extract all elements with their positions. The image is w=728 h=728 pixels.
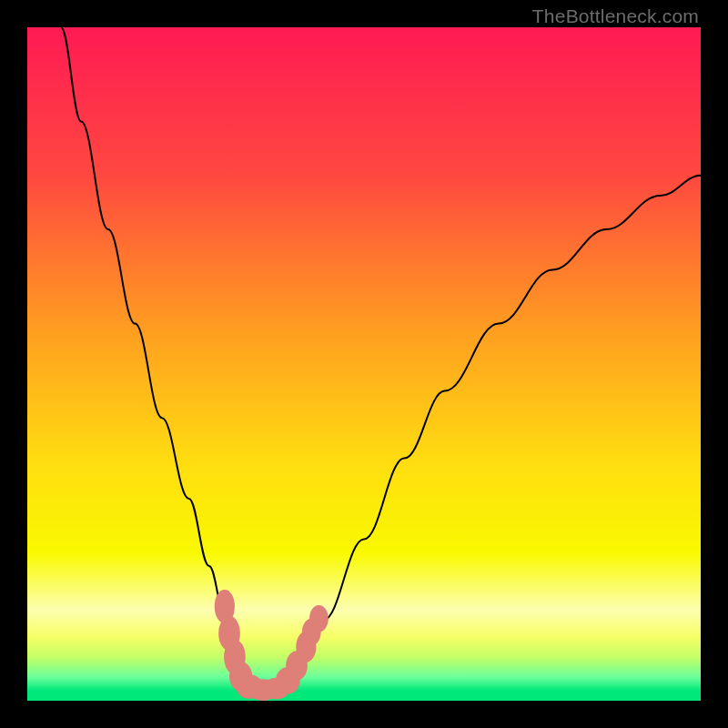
plot-background [27, 27, 701, 701]
bead-marker [309, 605, 329, 632]
chart-container: TheBottleneck.com [0, 0, 728, 728]
bottleneck-chart [27, 27, 701, 701]
watermark-text: TheBottleneck.com [532, 5, 699, 27]
